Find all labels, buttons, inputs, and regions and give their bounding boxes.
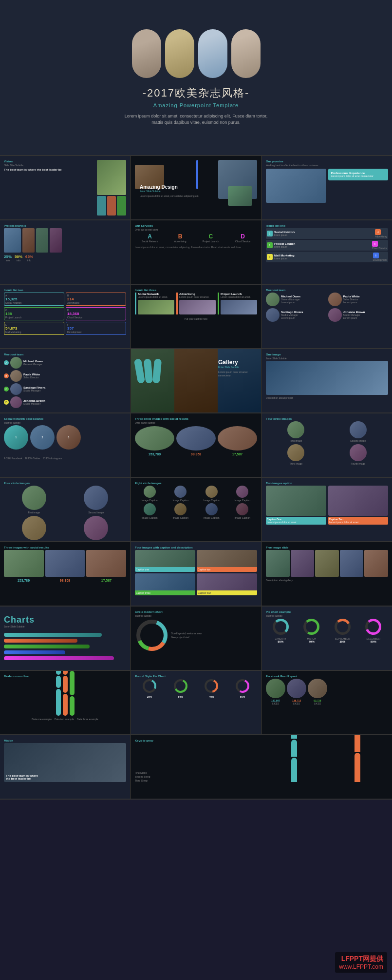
four-circle2-title: Four circle images: [4, 482, 126, 485]
iconic2-f-text: Development: [67, 331, 125, 333]
services-subtitle: Only our do well done: [135, 228, 257, 231]
presentation-container: -2017欧美杂志风格- Amazing Powerpoint Template…: [0, 0, 392, 800]
pie-jan: [272, 618, 289, 635]
fb-img2: [287, 679, 306, 698]
iconic2-title: Iconic list two: [4, 289, 126, 292]
charts-title: Charts: [4, 615, 126, 625]
chart-bar3: [4, 645, 90, 648]
team2-m3-role: Studio Manager: [23, 389, 45, 392]
four-caption-img2: [197, 550, 257, 567]
three-social-n1: 153,789: [4, 579, 43, 582]
fb-img3: [308, 679, 327, 698]
eight-circle-label7: Image Caption: [197, 516, 226, 519]
four-circle2-img3: [22, 516, 46, 540]
iconic2-a-text: Social Network: [5, 301, 63, 304]
round-pie-title: Round Style Pie Chart: [135, 675, 257, 678]
keys-step3: Third Steep: [135, 779, 260, 782]
pie-march: [303, 618, 320, 635]
iconic3-item2-sub: Lorem ipsum dolor sit amet.: [179, 295, 216, 298]
iconic2-d-text: Cloud Service: [67, 316, 125, 319]
eight-circle-img8: [236, 503, 248, 515]
four-circle2-img1: [22, 486, 46, 510]
round-pie-3: [204, 679, 219, 693]
slide-row-6: Four circle images First image Second im…: [0, 478, 392, 542]
five-image-title: Five image slide: [266, 546, 388, 549]
fb-img1: [266, 679, 285, 698]
slide-row-1: Vision Slide Title Subtitle The best tea…: [0, 156, 392, 220]
mision-bg: The best team is wherethe best leader be: [4, 743, 126, 782]
keys-bar-1b: [291, 740, 297, 757]
hero-image-3: [198, 29, 227, 78]
iconic1-item3-sub: lorem ipsum: [274, 257, 295, 260]
pie-dec-val: 80%: [365, 640, 382, 643]
team1-m4-desc: Lorem ipsum: [343, 316, 365, 319]
four-caption-cap1: Caption one: [136, 568, 194, 571]
pie-sept-val: 30%: [334, 640, 351, 643]
iconic2-c-val: 158: [5, 312, 63, 316]
round-bar-3c: [70, 696, 75, 716]
round-bar-1b: [56, 676, 61, 688]
service-b: B: [174, 233, 187, 240]
slide-facebook-post: Facebook Post Report 187,987 LIKES 138,7…: [262, 671, 392, 734]
keys-step2: Second Steep: [135, 775, 260, 778]
round-label3: Data three example: [77, 718, 98, 721]
round-label1: Data one example: [32, 718, 52, 721]
iconic3-item1-sub: Lorem ipsum dolor sit amet.: [138, 295, 174, 298]
round-label2: Data two example: [55, 718, 74, 721]
four-circle-img4: [350, 444, 367, 461]
amazing-design-title: Amazing Design: [140, 184, 257, 190]
three-circle-subtitle: Offer same subtitle: [135, 421, 257, 424]
slide-social-network: Social Network post balance Subtitle sub…: [0, 413, 130, 477]
three-social-img1: [4, 550, 44, 577]
eight-circle-label2: Image Caption: [166, 499, 196, 502]
team2-m2-role: Sales Director: [23, 376, 40, 379]
eight-circle-img3: [205, 486, 218, 498]
slide-row-2: Project analysis 25%info 50%info 65%info…: [0, 220, 392, 285]
social-a: A 33% Facebook: [4, 457, 22, 460]
four-caption-img1: [135, 550, 195, 567]
amazing-design-subtitle: Enter Slide Subtitle: [140, 190, 257, 193]
social-title: Social Network post balance: [4, 417, 126, 420]
round-bar-2c: [63, 694, 68, 716]
hero-title: -2017欧美杂志风格-: [143, 86, 250, 100]
eight-circle-title: Eight circle images: [135, 482, 257, 485]
slide-our-promise: Our promise Working hard to offer the be…: [262, 156, 392, 219]
pie-dec: [365, 618, 382, 635]
social-subtitle: Subtitle subtitle: [4, 421, 126, 424]
chart-bar5: [4, 656, 114, 660]
amazing-design-body: Lorem ipsum dolor sit amet, consectetur …: [140, 195, 257, 198]
pie-chart-title: Pie chart example: [266, 610, 388, 613]
five-image-img3: [315, 550, 339, 577]
fb-likes3-label: LIKES: [308, 702, 327, 705]
four-caption-cap4: Caption four: [198, 591, 256, 594]
slide-circle-modern: Circle modern chart Subtitle subtitle Go…: [131, 607, 261, 670]
four-caption-img4: [197, 573, 257, 590]
one-image-subtitle: Enter Slide Subtitle: [266, 357, 388, 360]
circle-modern-label2: New project brief: [171, 636, 202, 639]
round-bar-2b: [63, 676, 68, 693]
four-circle-title: Four circle images: [266, 417, 388, 420]
circle-modern-subtitle: Subtitle subtitle: [135, 614, 257, 617]
slide-row-5: Social Network post balance Subtitle sub…: [0, 413, 392, 478]
keys-step1: First Steep: [135, 771, 260, 774]
slide-charts: Charts Enter Slide Subtitle: [0, 607, 130, 670]
service-b-label: Advertising: [174, 240, 187, 243]
three-circle-n1: 153,789: [135, 452, 174, 456]
five-image-img1: [266, 550, 290, 577]
eight-circle-img2: [174, 486, 187, 498]
slide-keys-to-grow: Keys to grow First Steep Second Steep Th…: [131, 735, 392, 799]
three-circle-img3: [218, 426, 257, 451]
three-circle-n2: 98,358: [176, 452, 216, 456]
five-image-desc: Description about gallery: [266, 579, 388, 582]
iconic3-footer: Put your subtitle here: [135, 317, 257, 320]
four-circle-img3: [287, 444, 304, 461]
slide-four-circle: Four circle images First Image Second Im…: [262, 413, 392, 477]
chart-bar1: [4, 633, 102, 637]
four-circle2-img4: [84, 516, 108, 540]
three-circle-title: Three circle images with social results: [135, 417, 257, 420]
pie-chart-subtitle: Subtitle subtitle: [266, 614, 388, 617]
slide-iconic-list-two: Iconic list two A 15,325 Social Network …: [0, 285, 130, 348]
slide-row-9: Modern round bar: [0, 671, 392, 735]
team2-label-a: A: [4, 360, 9, 365]
hero-image-2: [165, 29, 194, 78]
